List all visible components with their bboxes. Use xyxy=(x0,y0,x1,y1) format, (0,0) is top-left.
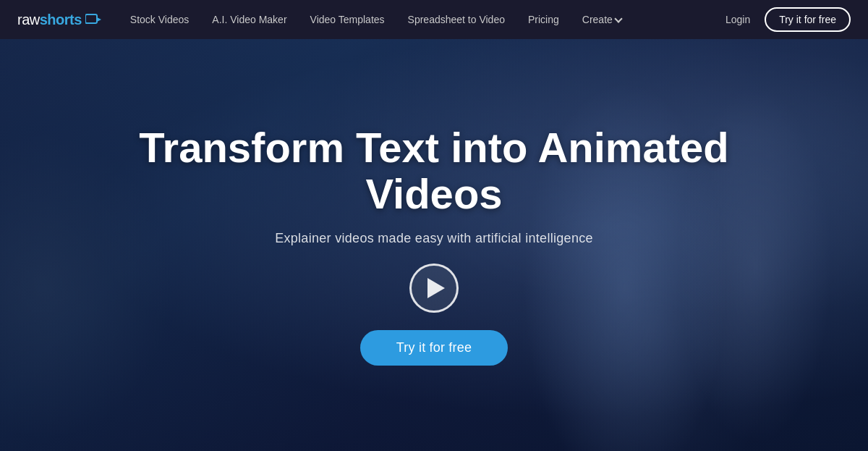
create-chevron-icon xyxy=(614,14,622,22)
nav-item-ai-video-maker[interactable]: A.I. Video Maker xyxy=(212,14,286,25)
svg-marker-1 xyxy=(97,17,101,22)
nav-links: Stock Videos A.I. Video Maker Video Temp… xyxy=(130,14,726,25)
logo-part2: shorts xyxy=(40,12,82,28)
hero-subtitle: Explainer videos made easy with artifici… xyxy=(275,231,593,246)
try-free-nav-button[interactable]: Try it for free xyxy=(765,7,851,32)
hero-title: Transform Text into Animated Videos xyxy=(109,125,760,217)
nav-item-pricing[interactable]: Pricing xyxy=(528,14,559,25)
login-link[interactable]: Login xyxy=(726,14,750,25)
try-free-hero-button[interactable]: Try it for free xyxy=(360,330,508,366)
svg-rect-0 xyxy=(85,14,97,23)
nav-item-create[interactable]: Create xyxy=(582,14,621,25)
nav-right: Login Try it for free xyxy=(726,7,851,32)
nav-item-spreadsheet-to-video[interactable]: Spreadsheet to Video xyxy=(408,14,505,25)
navbar: rawshorts Stock Videos A.I. Video Maker … xyxy=(0,0,868,39)
hero-content: Transform Text into Animated Videos Expl… xyxy=(109,125,760,366)
logo-icon xyxy=(85,13,101,26)
logo[interactable]: rawshorts xyxy=(17,12,101,28)
hero-section: Transform Text into Animated Videos Expl… xyxy=(0,0,868,451)
play-icon xyxy=(427,278,445,298)
nav-item-stock-videos[interactable]: Stock Videos xyxy=(130,14,189,25)
logo-part1: raw xyxy=(17,12,40,28)
nav-item-video-templates[interactable]: Video Templates xyxy=(310,14,385,25)
play-button[interactable] xyxy=(409,264,459,313)
